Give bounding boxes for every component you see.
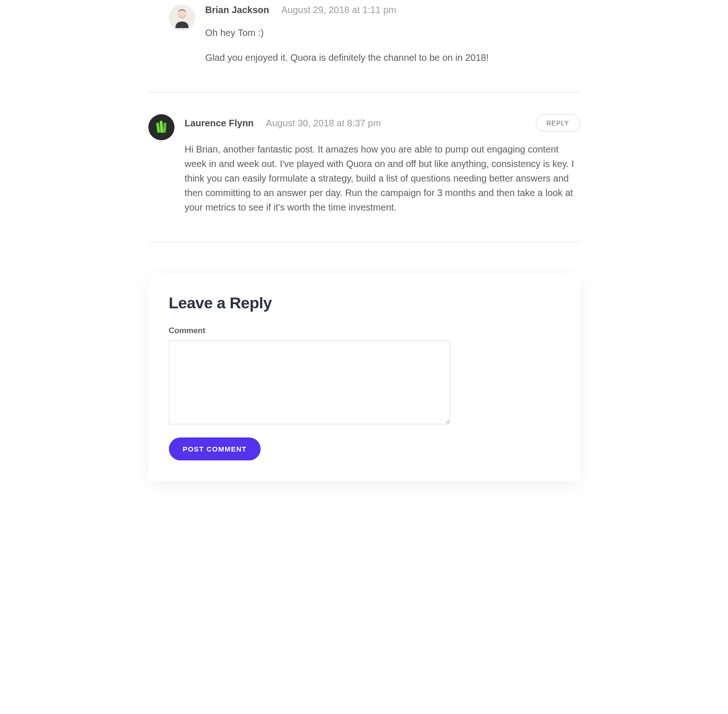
comment-divider <box>148 92 580 93</box>
avatar <box>148 114 175 140</box>
post-comment-button[interactable]: POST COMMENT <box>169 437 261 460</box>
comment-item: Laurence Flynn August 30, 2018 at 8:37 p… <box>148 114 580 215</box>
comment-text: Hi Brian, another fantastic post. It ama… <box>185 142 580 215</box>
comment-textarea[interactable] <box>169 340 450 424</box>
avatar <box>169 5 195 31</box>
comment-date[interactable]: August 30, 2018 at 8:37 pm <box>266 118 381 129</box>
comment-paragraph: Hi Brian, another fantastic post. It ama… <box>185 142 580 215</box>
comment-text: Oh hey Tom :) Glad you enjoyed it. Quora… <box>205 26 580 65</box>
comment-paragraph: Oh hey Tom :) <box>205 26 580 40</box>
comment-field-label: Comment <box>169 326 560 335</box>
reply-button[interactable]: REPLY <box>536 114 580 132</box>
comment-date[interactable]: August 29, 2018 at 1:11 pm <box>281 5 396 15</box>
comment-body: Laurence Flynn August 30, 2018 at 8:37 p… <box>185 114 580 215</box>
comment-divider <box>148 242 580 242</box>
reply-title: Leave a Reply <box>169 294 560 312</box>
comment-author: Brian Jackson <box>205 5 269 15</box>
comment-author: Laurence Flynn <box>185 118 254 129</box>
comment-header: Laurence Flynn August 30, 2018 at 8:37 p… <box>185 114 580 132</box>
comment-item: Brian Jackson August 29, 2018 at 1:11 pm… <box>148 5 580 65</box>
avatar-green-icon <box>148 114 175 140</box>
comment-body: Brian Jackson August 29, 2018 at 1:11 pm… <box>205 5 580 65</box>
avatar-person-icon <box>169 5 195 31</box>
comment-header: Brian Jackson August 29, 2018 at 1:11 pm <box>205 5 580 15</box>
leave-reply-card: Leave a Reply Comment POST COMMENT <box>148 273 580 481</box>
comment-paragraph: Glad you enjoyed it. Quora is definitely… <box>205 51 580 65</box>
